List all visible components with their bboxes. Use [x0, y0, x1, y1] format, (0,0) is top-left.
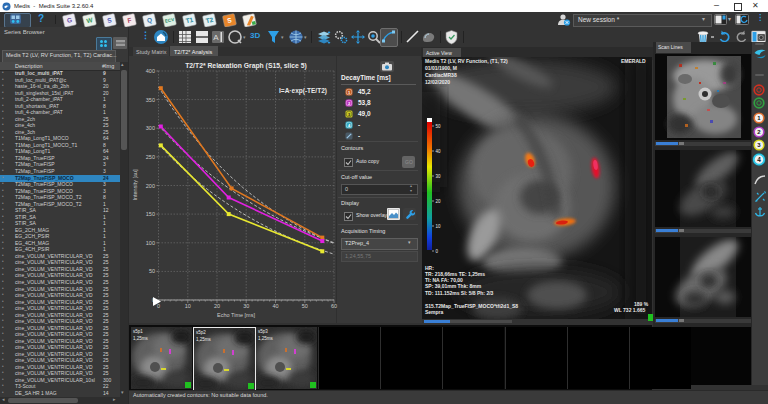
svg-text:s5p3: s5p3 — [258, 329, 268, 334]
svg-text:A: A — [213, 33, 219, 42]
svg-text:0: 0 — [436, 249, 439, 254]
svg-text:20: 20 — [436, 199, 442, 204]
svg-text:s5p1: s5p1 — [133, 329, 143, 334]
svg-text:1,25ms: 1,25ms — [133, 336, 149, 341]
svg-text:Echo Time [ms]: Echo Time [ms] — [217, 312, 255, 318]
svg-text:200: 200 — [146, 183, 155, 189]
svg-text:10: 10 — [185, 303, 191, 309]
svg-text:300: 300 — [146, 125, 155, 131]
svg-text:1,25ms: 1,25ms — [258, 336, 274, 341]
svg-text:0: 0 — [157, 303, 160, 309]
svg-text:30: 30 — [243, 303, 249, 309]
svg-text:50: 50 — [436, 124, 442, 129]
svg-text:20: 20 — [214, 303, 220, 309]
svg-text:150: 150 — [146, 211, 155, 217]
svg-text:30: 30 — [436, 174, 442, 179]
svg-text:Intensity [au]: Intensity [au] — [132, 169, 138, 201]
svg-text:10: 10 — [436, 224, 442, 229]
svg-text:T2/T2* Relaxation Graph (S15,: T2/T2* Relaxation Graph (S15, slice 5) — [185, 62, 307, 70]
svg-text:40: 40 — [272, 303, 278, 309]
svg-text:50: 50 — [302, 303, 308, 309]
svg-text:40: 40 — [436, 149, 442, 154]
svg-text:s5p2: s5p2 — [196, 330, 206, 335]
svg-text:400: 400 — [146, 68, 155, 74]
svg-text:100: 100 — [146, 240, 155, 246]
svg-text:50: 50 — [149, 268, 155, 274]
svg-text:1,25ms: 1,25ms — [196, 337, 212, 342]
svg-text:I=A·exp(-TE/T2): I=A·exp(-TE/T2) — [279, 87, 327, 95]
svg-text:350: 350 — [146, 97, 155, 103]
svg-text:4: 4 — [757, 156, 761, 163]
svg-text:250: 250 — [146, 154, 155, 160]
